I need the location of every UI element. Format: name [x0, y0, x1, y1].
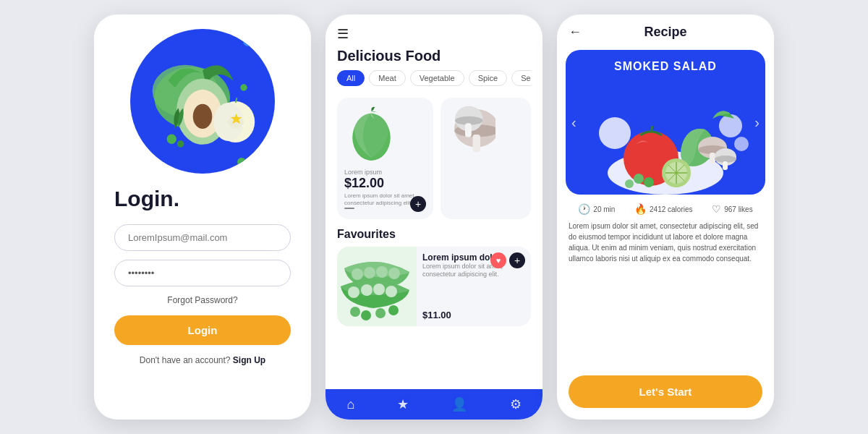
add-button[interactable]: +	[410, 196, 426, 212]
svg-point-20	[352, 268, 363, 280]
stat-likes-value: 967 likes	[724, 205, 752, 213]
login-title: Login.	[114, 187, 179, 211]
svg-point-51	[719, 114, 742, 137]
svg-point-30	[375, 308, 386, 318]
svg-point-27	[386, 286, 397, 297]
fav-actions: ♥ +	[490, 252, 525, 268]
email-input[interactable]	[114, 224, 291, 251]
svg-rect-15	[473, 135, 481, 153]
menu-icon[interactable]: ☰	[337, 26, 349, 42]
fav-heart-button[interactable]: ♥	[490, 252, 506, 268]
stat-time-value: 20 min	[593, 205, 615, 213]
prev-recipe-button[interactable]: ‹	[571, 114, 576, 131]
favourites-title: Favourites	[337, 228, 531, 241]
product-label: Lorem ipsum	[344, 169, 426, 176]
food-card-mushroom	[441, 98, 531, 219]
forgot-password-link[interactable]: Forgot Password?	[167, 295, 237, 305]
svg-point-22	[376, 266, 388, 278]
filter-tabs: All Meat Vegetable Spice Sea...	[337, 70, 531, 86]
nav-home-icon[interactable]: ⌂	[346, 397, 354, 412]
svg-point-52	[734, 137, 749, 151]
stat-likes: ♡ 967 likes	[712, 203, 752, 215]
login-screen: Login. Forgot Password? Login Don't have…	[94, 14, 311, 420]
recipe-stats: 🕐 20 min 🔥 2412 calories ♡ 967 likes	[557, 195, 774, 221]
login-button[interactable]: Login	[114, 315, 291, 345]
filter-all[interactable]: All	[337, 70, 365, 86]
filter-vegetable[interactable]: Vegetable	[410, 70, 464, 86]
heart-icon: ♡	[712, 203, 721, 215]
food-cards-row: Lorem ipsum $12.00 Lorem ipsum dolor sit…	[337, 98, 531, 219]
svg-rect-46	[723, 161, 728, 170]
fav-item-image	[337, 247, 417, 326]
svg-point-4	[193, 104, 213, 129]
svg-point-47	[634, 174, 644, 184]
svg-point-29	[361, 310, 371, 320]
fav-add-button[interactable]: +	[509, 252, 525, 268]
food-screen: ☰ Delicious Food All Meat Vegetable Spic…	[326, 14, 542, 420]
food-card-pepper: Lorem ipsum $12.00 Lorem ipsum dolor sit…	[337, 98, 433, 219]
favourite-item: Lorem ipsum dolor. Lorem ipsum dolor sit…	[337, 247, 531, 326]
svg-point-10	[177, 140, 184, 148]
lets-start-button[interactable]: Let's Start	[569, 375, 762, 408]
svg-line-34	[651, 126, 652, 132]
nav-user-icon[interactable]: 👤	[451, 396, 467, 412]
filter-spice[interactable]: Spice	[469, 70, 508, 86]
stat-calories-value: 2412 calories	[650, 205, 692, 213]
svg-point-50	[599, 117, 631, 149]
screens-container: Login. Forgot Password? Login Don't have…	[0, 0, 868, 434]
svg-point-24	[348, 286, 359, 298]
food-main-title: Delicious Food	[337, 48, 531, 64]
recipe-header-title: Recipe	[644, 25, 686, 40]
svg-point-21	[364, 267, 375, 278]
bottom-nav: ⌂ ★ 👤 ⚙	[326, 389, 542, 420]
svg-point-25	[361, 284, 373, 296]
food-title-section: Delicious Food All Meat Vegetable Spice …	[326, 48, 542, 92]
recipe-screen: ← Recipe ‹ SMOKED SALAD	[557, 14, 774, 420]
svg-point-28	[350, 307, 360, 317]
recipe-header: ← Recipe	[557, 14, 774, 50]
recipe-description: Lorem ipsum dolor sit amet, consectetur …	[557, 221, 774, 367]
svg-point-11	[240, 84, 247, 91]
product-price: $12.00	[344, 176, 426, 191]
signup-prompt: Don't have an account? Sign Up	[140, 355, 265, 365]
password-input[interactable]	[114, 260, 291, 286]
back-button[interactable]: ←	[569, 25, 582, 40]
fire-icon: 🔥	[634, 203, 647, 215]
svg-point-23	[388, 268, 400, 279]
fav-item-price: $11.00	[422, 310, 525, 320]
svg-point-9	[167, 135, 176, 144]
nav-star-icon[interactable]: ★	[397, 396, 409, 412]
svg-rect-18	[465, 123, 472, 137]
svg-point-31	[388, 305, 399, 315]
filter-meat[interactable]: Meat	[369, 70, 405, 86]
svg-point-26	[373, 284, 385, 295]
stat-calories: 🔥 2412 calories	[634, 203, 692, 215]
stat-time: 🕐 20 min	[578, 203, 615, 215]
food-header: ☰	[326, 14, 542, 48]
login-hero-image	[130, 29, 275, 174]
next-recipe-button[interactable]: ›	[754, 114, 760, 131]
food-scroll: Lorem ipsum $12.00 Lorem ipsum dolor sit…	[326, 92, 542, 332]
filter-sea[interactable]: Sea...	[511, 70, 531, 86]
clock-icon: 🕐	[578, 203, 590, 215]
recipe-hero: ‹ SMOKED SALAD	[566, 50, 765, 195]
recipe-hero-title: SMOKED SALAD	[614, 60, 717, 73]
svg-point-48	[644, 177, 654, 187]
svg-point-49	[625, 179, 634, 188]
svg-rect-43	[710, 153, 715, 163]
nav-settings-icon[interactable]: ⚙	[510, 396, 522, 412]
